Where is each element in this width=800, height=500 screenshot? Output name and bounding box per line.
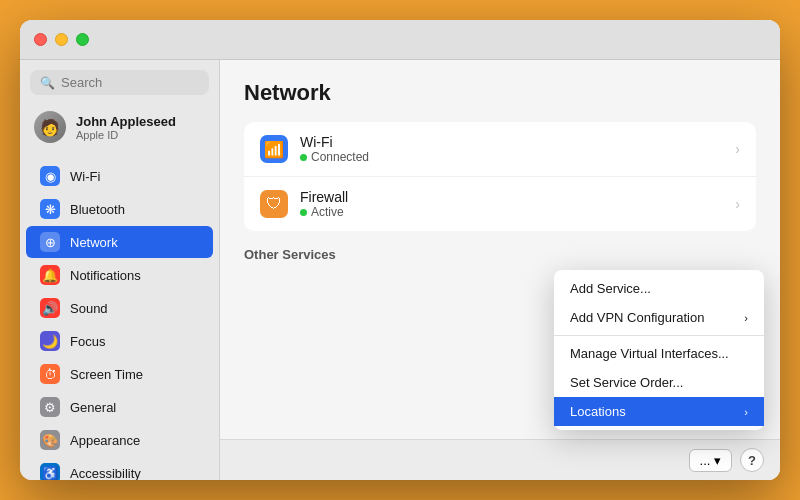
menu-item-add-service[interactable]: Add Service...	[554, 274, 764, 303]
menu-item-label-set-service-order: Set Service Order...	[570, 375, 683, 390]
sidebar-item-network[interactable]: ⊕ Network	[26, 226, 213, 258]
sidebar-item-label-appearance: Appearance	[70, 433, 140, 448]
sidebar-item-label-bluetooth: Bluetooth	[70, 202, 125, 217]
service-items-container: 📶 Wi-Fi Connected › 🛡 Firewall Active ›	[244, 122, 756, 231]
menu-item-label-add-vpn: Add VPN Configuration	[570, 310, 704, 325]
general-icon: ⚙	[40, 397, 60, 417]
service-item-wifi[interactable]: 📶 Wi-Fi Connected ›	[244, 122, 756, 177]
notifications-icon: 🔔	[40, 265, 60, 285]
help-button[interactable]: ?	[740, 448, 764, 472]
screentime-icon: ⏱	[40, 364, 60, 384]
network-icon: ⊕	[40, 232, 60, 252]
sidebar-item-sound[interactable]: 🔊 Sound	[26, 292, 213, 324]
firewall-service-icon: 🛡	[260, 190, 288, 218]
dropdown-menu: Add Service... Add VPN Configuration › M…	[554, 270, 764, 430]
service-item-firewall[interactable]: 🛡 Firewall Active ›	[244, 177, 756, 231]
menu-item-set-service-order[interactable]: Set Service Order...	[554, 368, 764, 397]
search-input[interactable]	[61, 75, 199, 90]
search-bar[interactable]: 🔍	[30, 70, 209, 95]
sidebar-item-appearance[interactable]: 🎨 Appearance	[26, 424, 213, 456]
sidebar-item-notifications[interactable]: 🔔 Notifications	[26, 259, 213, 291]
sidebar-item-label-wifi: Wi-Fi	[70, 169, 100, 184]
firewall-service-text: Firewall Active	[300, 189, 723, 219]
menu-item-label-manage-virtual: Manage Virtual Interfaces...	[570, 346, 729, 361]
sidebar-item-label-focus: Focus	[70, 334, 105, 349]
sidebar-item-label-general: General	[70, 400, 116, 415]
sidebar-item-label-notifications: Notifications	[70, 268, 141, 283]
bottom-bar: ... ▾ ?	[220, 439, 780, 480]
user-info: John Appleseed Apple ID	[76, 114, 176, 141]
wifi-service-status: Connected	[300, 150, 723, 164]
locations-submenu-icon: ›	[744, 406, 748, 418]
minimize-button[interactable]	[55, 33, 68, 46]
service-group: 📶 Wi-Fi Connected › 🛡 Firewall Active ›	[244, 122, 756, 231]
sidebar-item-label-network: Network	[70, 235, 118, 250]
sidebar-item-accessibility[interactable]: ♿ Accessibility	[26, 457, 213, 480]
firewall-service-name: Firewall	[300, 189, 723, 205]
menu-item-manage-virtual[interactable]: Manage Virtual Interfaces...	[554, 339, 764, 368]
wifi-service-name: Wi-Fi	[300, 134, 723, 150]
wifi-status-dot	[300, 154, 307, 161]
dots-menu-button[interactable]: ... ▾	[689, 449, 732, 472]
wifi-icon: ◉	[40, 166, 60, 186]
sidebar-item-label-accessibility: Accessibility	[70, 466, 141, 481]
username: John Appleseed	[76, 114, 176, 129]
other-services-label: Other Services	[244, 247, 756, 262]
sidebar-item-bluetooth[interactable]: ❋ Bluetooth	[26, 193, 213, 225]
menu-item-label-add-service: Add Service...	[570, 281, 651, 296]
search-icon: 🔍	[40, 76, 55, 90]
sidebar-item-focus[interactable]: 🌙 Focus	[26, 325, 213, 357]
wifi-service-icon: 📶	[260, 135, 288, 163]
maximize-button[interactable]	[76, 33, 89, 46]
menu-divider	[554, 335, 764, 336]
user-profile[interactable]: 🧑 John Appleseed Apple ID	[20, 103, 219, 151]
page-title: Network	[244, 80, 756, 106]
titlebar	[20, 20, 780, 60]
bluetooth-icon: ❋	[40, 199, 60, 219]
sidebar-item-label-sound: Sound	[70, 301, 108, 316]
firewall-service-status: Active	[300, 205, 723, 219]
sidebar-item-wifi[interactable]: ◉ Wi-Fi	[26, 160, 213, 192]
sidebar: 🔍 🧑 John Appleseed Apple ID ◉ Wi-Fi ❋ Bl…	[20, 20, 220, 480]
menu-item-label-locations: Locations	[570, 404, 626, 419]
focus-icon: 🌙	[40, 331, 60, 351]
menu-item-add-vpn[interactable]: Add VPN Configuration ›	[554, 303, 764, 332]
avatar: 🧑	[34, 111, 66, 143]
main-content: Network 📶 Wi-Fi Connected › 🛡 Firewall A…	[220, 20, 780, 480]
add-vpn-submenu-icon: ›	[744, 312, 748, 324]
menu-item-locations[interactable]: Locations ›	[554, 397, 764, 426]
sidebar-item-screentime[interactable]: ⏱ Screen Time	[26, 358, 213, 390]
firewall-chevron-icon: ›	[735, 196, 740, 212]
accessibility-icon: ♿	[40, 463, 60, 480]
system-settings-window: 🔍 🧑 John Appleseed Apple ID ◉ Wi-Fi ❋ Bl…	[20, 20, 780, 480]
close-button[interactable]	[34, 33, 47, 46]
sound-icon: 🔊	[40, 298, 60, 318]
appearance-icon: 🎨	[40, 430, 60, 450]
wifi-chevron-icon: ›	[735, 141, 740, 157]
sidebar-item-label-screentime: Screen Time	[70, 367, 143, 382]
sidebar-item-general[interactable]: ⚙ General	[26, 391, 213, 423]
firewall-status-dot	[300, 209, 307, 216]
apple-id-label: Apple ID	[76, 129, 176, 141]
sidebar-items-container: ◉ Wi-Fi ❋ Bluetooth ⊕ Network 🔔 Notifica…	[20, 159, 219, 480]
wifi-service-text: Wi-Fi Connected	[300, 134, 723, 164]
